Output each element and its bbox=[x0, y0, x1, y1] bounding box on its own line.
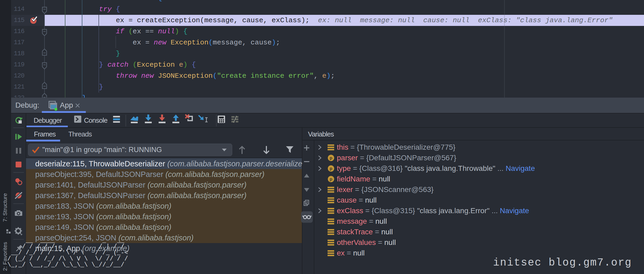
svg-text:p: p bbox=[330, 177, 332, 182]
svg-text:p: p bbox=[330, 166, 332, 171]
svg-text:p: p bbox=[330, 156, 332, 161]
